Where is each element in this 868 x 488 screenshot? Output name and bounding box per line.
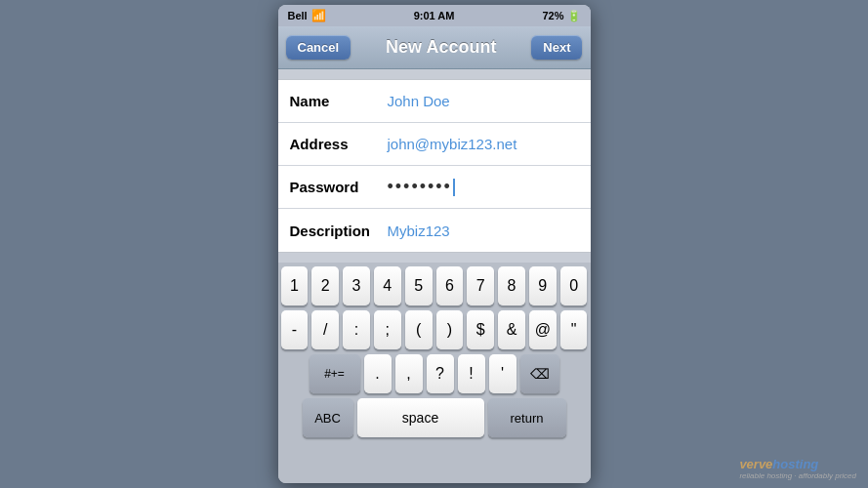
key-1[interactable]: 1 (281, 266, 309, 305)
key-colon[interactable]: : (343, 310, 370, 349)
key-6[interactable]: 6 (436, 266, 464, 305)
key-dash[interactable]: - (281, 310, 309, 349)
text-cursor (453, 179, 455, 196)
status-carrier: Bell 📶 (288, 9, 326, 22)
keyboard-row-special: #+= . , ? ! ' ⌫ (281, 354, 588, 393)
form-area: Name John Doe Address john@mybiz123.net … (278, 69, 591, 263)
key-comma[interactable]: , (395, 354, 423, 393)
key-5[interactable]: 5 (405, 266, 433, 305)
key-4[interactable]: 4 (374, 266, 401, 305)
key-return[interactable]: return (488, 398, 566, 437)
password-label: Password (290, 179, 388, 195)
name-label: Name (290, 93, 388, 109)
name-row[interactable]: Name John Doe (278, 80, 591, 123)
status-bar: Bell 📶 9:01 AM 72% 🔋 (278, 5, 591, 26)
name-value: John Doe (388, 93, 579, 109)
key-dollar[interactable]: $ (467, 310, 494, 349)
keyboard: 1 2 3 4 5 6 7 8 9 0 - / : ; ( ) $ & (278, 263, 591, 483)
battery-label: 72% (542, 10, 563, 21)
description-value: Mybiz123 (388, 223, 579, 239)
key-question[interactable]: ? (427, 354, 454, 393)
key-space[interactable]: space (357, 398, 484, 437)
password-value: •••••••• (388, 177, 579, 197)
key-period[interactable]: . (364, 354, 392, 393)
phone-screen: Bell 📶 9:01 AM 72% 🔋 Cancel New Account … (278, 5, 591, 483)
key-apostrophe[interactable]: ' (489, 354, 517, 393)
key-exclaim[interactable]: ! (458, 354, 485, 393)
carrier-label: Bell (288, 10, 308, 21)
keyboard-row-numbers: 1 2 3 4 5 6 7 8 9 0 (281, 266, 588, 305)
key-2[interactable]: 2 (311, 266, 339, 305)
key-at[interactable]: @ (529, 310, 557, 349)
key-hashplus[interactable]: #+= (310, 354, 360, 393)
account-form: Name John Doe Address john@mybiz123.net … (278, 79, 591, 253)
keyboard-row-symbols: - / : ; ( ) $ & @ " (281, 310, 588, 349)
address-label: Address (290, 136, 388, 152)
address-row[interactable]: Address john@mybiz123.net (278, 123, 591, 166)
key-semicolon[interactable]: ; (374, 310, 401, 349)
password-row[interactable]: Password •••••••• (278, 166, 591, 209)
address-value: john@mybiz123.net (388, 136, 579, 152)
delete-key[interactable]: ⌫ (520, 354, 559, 393)
key-7[interactable]: 7 (467, 266, 494, 305)
key-0[interactable]: 0 (560, 266, 588, 305)
status-time: 9:01 AM (414, 10, 455, 21)
key-close-paren[interactable]: ) (436, 310, 464, 349)
key-8[interactable]: 8 (498, 266, 525, 305)
key-3[interactable]: 3 (343, 266, 370, 305)
description-row[interactable]: Description Mybiz123 (278, 209, 591, 252)
key-9[interactable]: 9 (529, 266, 557, 305)
cancel-button[interactable]: Cancel (286, 35, 351, 60)
branding-label: vervehosting reliable hosting · affordab… (739, 457, 856, 480)
keyboard-row-bottom: ABC space return (281, 398, 588, 437)
key-ampersand[interactable]: & (498, 310, 525, 349)
wifi-icon: 📶 (311, 9, 326, 22)
key-open-paren[interactable]: ( (405, 310, 433, 349)
navigation-bar: Cancel New Account Next (278, 26, 591, 69)
key-abc[interactable]: ABC (303, 398, 353, 437)
status-battery: 72% 🔋 (542, 10, 580, 22)
nav-title: New Account (386, 37, 496, 58)
battery-icon: 🔋 (567, 10, 581, 22)
description-label: Description (290, 223, 388, 239)
next-button[interactable]: Next (531, 35, 582, 60)
key-quote[interactable]: " (560, 310, 588, 349)
key-slash[interactable]: / (311, 310, 339, 349)
